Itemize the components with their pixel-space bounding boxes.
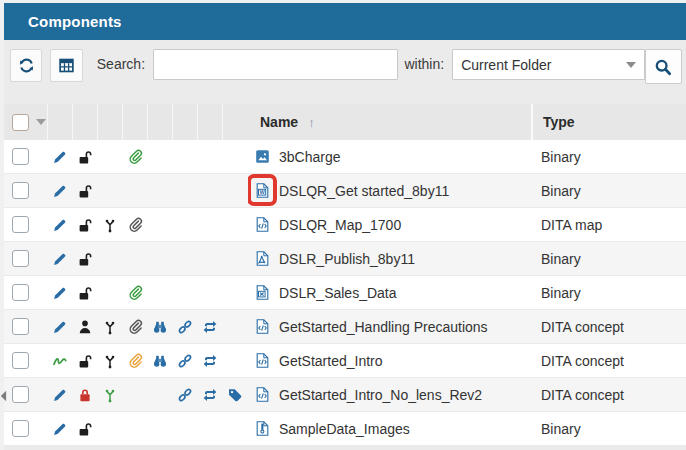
- within-label: within:: [404, 49, 444, 80]
- lock-open-icon[interactable]: [77, 353, 93, 369]
- component-type: Binary: [531, 242, 686, 276]
- component-type: DITA concept: [531, 378, 686, 412]
- magnifier-icon: [654, 58, 672, 76]
- component-name[interactable]: DSLQR_Get started_8by11: [279, 183, 449, 199]
- component-type: Binary: [531, 140, 686, 174]
- link-icon[interactable]: [177, 387, 193, 403]
- table-row[interactable]: GetStarted_Intro_No_lens_Rev2 DITA conce…: [4, 378, 686, 412]
- column-edit: [48, 104, 73, 140]
- attachment-icon[interactable]: [127, 217, 143, 233]
- tag-icon[interactable]: [227, 387, 243, 403]
- column-tag: [223, 104, 248, 140]
- edit-pencil-icon[interactable]: [52, 421, 68, 437]
- edit-pencil-icon[interactable]: [52, 319, 68, 335]
- component-name[interactable]: GetStarted_Intro_No_lens_Rev2: [279, 387, 482, 403]
- row-checkbox[interactable]: [12, 420, 29, 437]
- edit-pencil-icon[interactable]: [52, 149, 68, 165]
- row-checkbox[interactable]: [12, 216, 29, 233]
- table-row[interactable]: GetStarted_Intro DITA concept: [4, 344, 686, 378]
- within-dropdown[interactable]: Current Folder: [452, 49, 645, 80]
- table-row[interactable]: 3bCharge Binary: [4, 140, 686, 174]
- refresh-button[interactable]: [10, 49, 42, 82]
- attachment-icon[interactable]: [127, 285, 143, 301]
- component-name[interactable]: GetStarted_Intro: [279, 353, 383, 369]
- row-checkbox[interactable]: [12, 386, 29, 403]
- attachment-icon[interactable]: [127, 149, 143, 165]
- edit-pencil-icon[interactable]: [52, 251, 68, 267]
- column-branch: [98, 104, 123, 140]
- table-row[interactable]: DSLR_Publish_8by11 Binary: [4, 242, 686, 276]
- column-lock: [73, 104, 98, 140]
- link-icon[interactable]: [177, 353, 193, 369]
- edit-pencil-icon[interactable]: [52, 217, 68, 233]
- panel-collapse-icon[interactable]: [0, 388, 7, 404]
- component-name[interactable]: DSLR_Sales_Data: [279, 285, 397, 301]
- row-checkbox[interactable]: [12, 352, 29, 369]
- binoculars-icon[interactable]: [152, 319, 168, 335]
- attachment-icon[interactable]: [127, 353, 143, 369]
- table-header: Name ↑ Type: [4, 104, 686, 140]
- toolbar: Search: within: Current Folder: [4, 40, 686, 104]
- column-link: [173, 104, 198, 140]
- branch-icon[interactable]: [102, 319, 118, 335]
- user-icon[interactable]: [77, 319, 93, 335]
- row-checkbox[interactable]: [12, 284, 29, 301]
- signature-icon[interactable]: [52, 353, 68, 369]
- component-type: DITA concept: [531, 310, 686, 344]
- sort-ascending-icon: ↑: [308, 115, 315, 130]
- row-checkbox[interactable]: [12, 250, 29, 267]
- table-row[interactable]: GetStarted_Handling Precautions DITA con…: [4, 310, 686, 344]
- row-checkbox[interactable]: [12, 182, 29, 199]
- component-type: DITA concept: [531, 344, 686, 378]
- component-name[interactable]: SampleData_Images: [279, 421, 410, 437]
- branch-icon[interactable]: [102, 387, 118, 403]
- components-panel: Components Search: within: Current Folde…: [4, 3, 686, 450]
- component-name[interactable]: DSLR_Publish_8by11: [279, 251, 415, 267]
- select-menu-chevron-icon[interactable]: [36, 119, 46, 125]
- search-button[interactable]: [645, 49, 682, 84]
- lock-closed-icon[interactable]: [77, 387, 93, 403]
- repeat-icon[interactable]: [202, 387, 218, 403]
- select-all-checkbox[interactable]: [12, 114, 29, 131]
- table-grid-icon: [58, 57, 75, 74]
- repeat-icon[interactable]: [202, 319, 218, 335]
- dita-concept-file-icon: [254, 318, 271, 335]
- table-row[interactable]: DSLQR_Get started_8by11 Binary: [4, 174, 686, 208]
- column-header-type[interactable]: Type: [531, 104, 686, 140]
- dita-concept-file-icon: [254, 352, 271, 369]
- row-checkbox[interactable]: [12, 148, 29, 165]
- column-header-name[interactable]: Name ↑: [248, 104, 531, 140]
- attachment-icon[interactable]: [127, 319, 143, 335]
- component-name[interactable]: DSLQR_Map_1700: [279, 217, 401, 233]
- binoculars-icon[interactable]: [152, 353, 168, 369]
- lock-open-icon[interactable]: [77, 217, 93, 233]
- repeat-icon[interactable]: [202, 353, 218, 369]
- lock-open-icon[interactable]: [77, 285, 93, 301]
- component-name[interactable]: GetStarted_Handling Precautions: [279, 319, 488, 335]
- column-attachment: [123, 104, 148, 140]
- row-checkbox[interactable]: [12, 318, 29, 335]
- dita-map-file-icon: [254, 216, 271, 233]
- edit-pencil-icon[interactable]: [52, 387, 68, 403]
- edit-pencil-icon[interactable]: [52, 183, 68, 199]
- lock-open-icon[interactable]: [77, 149, 93, 165]
- link-icon[interactable]: [177, 319, 193, 335]
- excel-file-icon: [254, 284, 271, 301]
- red-annotation-highlight: [254, 182, 271, 199]
- table-row[interactable]: DSLR_Sales_Data Binary: [4, 276, 686, 310]
- branch-icon[interactable]: [102, 217, 118, 233]
- component-name[interactable]: 3bCharge: [279, 149, 341, 165]
- search-input[interactable]: [153, 49, 398, 80]
- table-row[interactable]: SampleData_Images Binary: [4, 412, 686, 446]
- select-all-cell: [4, 104, 48, 140]
- component-type: Binary: [531, 174, 686, 208]
- table-row[interactable]: DSLQR_Map_1700 DITA map: [4, 208, 686, 242]
- table-body: 3bCharge Binary DSLQR_Get started_8by11 …: [4, 140, 686, 446]
- lock-open-icon[interactable]: [77, 251, 93, 267]
- branch-icon[interactable]: [102, 353, 118, 369]
- grid-view-button[interactable]: [50, 49, 82, 82]
- lock-open-icon[interactable]: [77, 183, 93, 199]
- column-review: [148, 104, 173, 140]
- lock-open-icon[interactable]: [77, 421, 93, 437]
- edit-pencil-icon[interactable]: [52, 285, 68, 301]
